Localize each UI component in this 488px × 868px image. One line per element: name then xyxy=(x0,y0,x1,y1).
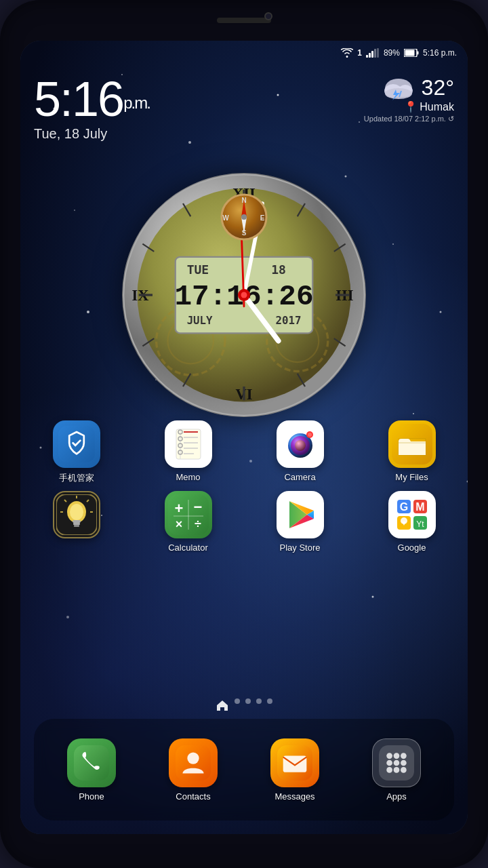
svg-rect-101 xyxy=(73,523,80,525)
app-label-myfiles: My Files xyxy=(395,472,428,482)
compass: N S W E xyxy=(220,193,268,241)
svg-point-140 xyxy=(394,767,400,773)
app-item-calculator[interactable]: + − × ÷ Calculator xyxy=(151,491,226,553)
dock-item-contacts[interactable]: Contacts xyxy=(169,738,218,802)
svg-rect-25 xyxy=(374,49,376,58)
app-label-playstore: Play Store xyxy=(280,542,321,553)
dock-icon-contacts xyxy=(169,738,218,787)
weather-updated: Updated 18/07 2:12 p.m. ↺ xyxy=(364,115,454,123)
svg-point-134 xyxy=(394,753,400,759)
analog-clock-widget[interactable]: XII III VI IX xyxy=(122,173,366,417)
svg-point-95 xyxy=(308,433,312,437)
app-icon-memo xyxy=(165,420,212,468)
app-item-myfiles[interactable]: My Files xyxy=(375,420,449,484)
svg-rect-23 xyxy=(369,53,371,58)
svg-point-133 xyxy=(386,753,392,759)
app-item-playstore[interactable]: Play Store xyxy=(263,491,338,553)
svg-text:×: × xyxy=(175,517,182,531)
page-dot-4[interactable] xyxy=(256,698,262,704)
dock-label-messages: Messages xyxy=(274,791,314,802)
svg-point-93 xyxy=(295,440,306,451)
app-row-1: 手机管家 xyxy=(20,420,468,484)
svg-text:JULY: JULY xyxy=(187,314,213,327)
svg-point-138 xyxy=(401,760,407,766)
svg-text:2017: 2017 xyxy=(275,314,301,327)
dock-item-messages[interactable]: Messages xyxy=(270,738,319,802)
page-dot-5[interactable] xyxy=(267,698,272,704)
svg-rect-26 xyxy=(377,48,379,58)
app-item-memo[interactable]: Memo xyxy=(151,420,226,484)
svg-point-9 xyxy=(87,311,89,313)
svg-point-129 xyxy=(187,752,199,764)
svg-point-137 xyxy=(394,760,400,766)
svg-point-135 xyxy=(401,753,407,759)
app-item-bulb[interactable] xyxy=(39,491,114,553)
app-icon-bulb xyxy=(53,491,100,538)
svg-text:E: E xyxy=(260,214,265,222)
clock-outer-ring: XII III VI IX xyxy=(122,173,366,417)
svg-point-21 xyxy=(372,596,374,598)
svg-rect-28 xyxy=(405,50,414,56)
speaker-grille xyxy=(217,18,271,23)
front-camera xyxy=(264,12,272,20)
app-label-360: 手机管家 xyxy=(59,472,94,484)
svg-point-99 xyxy=(70,504,83,520)
weather-temp: 32° xyxy=(422,75,454,100)
weather-widget[interactable]: 32° 📍 Humak Updated 18/07 2:12 p.m. ↺ xyxy=(364,75,454,123)
sim-icon: 1 xyxy=(357,48,362,58)
svg-text:+: + xyxy=(174,500,183,517)
signal-icon xyxy=(366,48,380,58)
app-row-2: + − × ÷ Calculator xyxy=(20,491,468,553)
page-dot-2[interactable] xyxy=(235,698,240,704)
svg-text:W: W xyxy=(222,214,229,222)
svg-point-139 xyxy=(386,767,392,773)
svg-text:Yt: Yt xyxy=(416,519,424,529)
weather-cloud-icon xyxy=(381,75,416,100)
app-icon-camera xyxy=(277,420,324,468)
large-clock: 5:16p.m. Tue, 18 July xyxy=(34,75,150,142)
svg-text:M: M xyxy=(415,501,424,513)
phone-screen: 1 89% 5:16 p.m. xyxy=(20,41,468,834)
status-time: 5:16 p.m. xyxy=(423,48,457,58)
svg-rect-131 xyxy=(283,755,307,772)
app-label-camera: Camera xyxy=(284,472,315,482)
svg-point-15 xyxy=(413,413,414,414)
home-dot[interactable] xyxy=(216,698,229,712)
status-bar: 1 89% 5:16 p.m. xyxy=(20,41,468,65)
svg-point-136 xyxy=(386,760,392,766)
top-info: 5:16p.m. Tue, 18 July 32° xyxy=(20,65,468,149)
app-item-360[interactable]: 手机管家 xyxy=(39,420,114,484)
page-dot-3[interactable] xyxy=(245,698,251,704)
svg-point-20 xyxy=(66,616,69,618)
dock-label-phone: Phone xyxy=(79,791,104,802)
large-clock-date: Tue, 18 July xyxy=(34,126,150,142)
svg-point-8 xyxy=(392,243,394,245)
dock-label-contacts: Contacts xyxy=(176,791,210,802)
battery-icon xyxy=(404,49,419,57)
dock-item-apps[interactable]: Apps xyxy=(372,738,421,802)
dock-label-apps: Apps xyxy=(386,791,407,802)
dock-icon-apps xyxy=(372,738,421,787)
dock-item-phone[interactable]: Phone xyxy=(67,738,116,802)
page-dots xyxy=(20,698,468,712)
apps-section: 手机管家 xyxy=(20,420,468,558)
svg-point-68 xyxy=(241,292,247,298)
phone-frame: 1 89% 5:16 p.m. xyxy=(0,0,488,868)
svg-rect-102 xyxy=(74,525,79,527)
app-label-memo: Memo xyxy=(176,472,200,482)
app-label-calculator: Calculator xyxy=(168,542,208,553)
svg-rect-100 xyxy=(73,520,81,523)
app-item-camera[interactable]: Camera xyxy=(263,420,338,484)
app-item-google[interactable]: G M Yt Google xyxy=(375,491,449,553)
svg-rect-24 xyxy=(371,51,373,58)
svg-rect-127 xyxy=(74,745,109,781)
app-icon-playstore xyxy=(277,491,324,538)
svg-point-11 xyxy=(440,311,442,313)
svg-rect-117 xyxy=(392,494,432,535)
app-icon-myfiles xyxy=(388,420,436,468)
app-icon-google: G M Yt xyxy=(388,491,436,538)
svg-text:−: − xyxy=(193,498,202,515)
dock-icon-messages xyxy=(270,738,319,787)
svg-text:÷: ÷ xyxy=(195,517,201,531)
weather-location: 📍 Humak xyxy=(364,100,454,113)
